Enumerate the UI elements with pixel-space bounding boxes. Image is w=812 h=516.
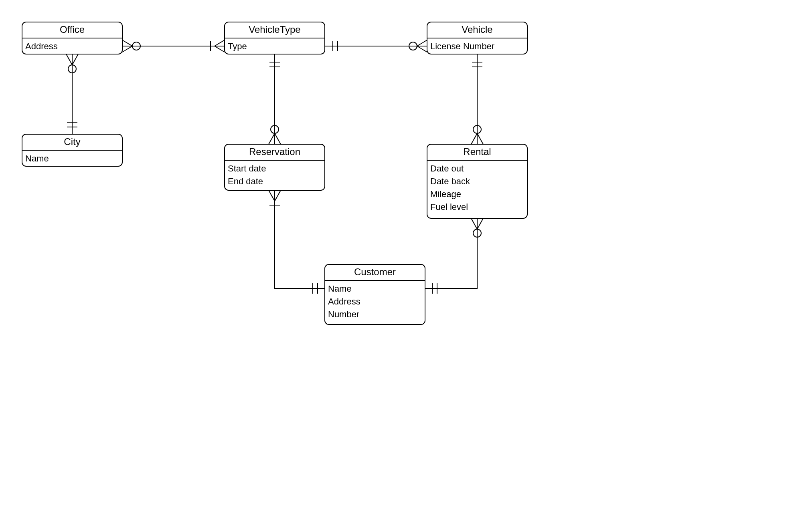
entity-city-title: City [64, 136, 80, 147]
svg-line-46 [269, 190, 275, 201]
entity-vehicle-attr-0: License Number [430, 41, 494, 51]
svg-line-25 [417, 40, 427, 46]
svg-line-38 [275, 133, 281, 144]
rel-office-city [66, 54, 78, 134]
svg-line-51 [471, 218, 477, 229]
rel-vehicletype-reservation [269, 54, 281, 144]
entity-reservation-attr-1: End date [228, 176, 263, 186]
svg-line-16 [122, 40, 132, 46]
entity-city: City Name [22, 134, 122, 166]
svg-line-29 [66, 54, 72, 65]
svg-line-44 [477, 133, 483, 144]
svg-line-20 [215, 46, 225, 52]
entity-customer-attr-0: Name [328, 284, 352, 294]
entity-city-attr-0: Name [25, 153, 49, 163]
entity-rental-attr-2: Mileage [430, 189, 461, 199]
svg-line-52 [477, 218, 483, 229]
rel-office-vehicletype [122, 40, 225, 52]
er-diagram: Office Address City Name VehicleType Typ… [0, 0, 812, 516]
svg-line-47 [275, 190, 281, 201]
entity-rental: Rental Date out Date back Mileage Fuel l… [427, 144, 527, 218]
rel-vehicletype-vehicle [325, 40, 427, 52]
entity-office-attr-0: Address [25, 41, 58, 51]
entity-reservation-title: Reservation [249, 146, 300, 157]
svg-line-17 [122, 46, 132, 52]
entity-rental-title: Rental [463, 146, 491, 157]
entity-rental-attr-1: Date back [430, 176, 470, 186]
entity-rental-attr-0: Date out [430, 163, 464, 173]
entity-office: Office Address [22, 22, 122, 54]
entity-office-title: Office [60, 24, 85, 35]
entity-vehicletype-title: VehicleType [249, 24, 300, 35]
svg-line-43 [471, 133, 477, 144]
entity-reservation-attr-0: Start date [228, 163, 266, 173]
svg-line-37 [269, 133, 275, 144]
rel-vehicle-rental [471, 54, 483, 144]
svg-line-19 [215, 40, 225, 46]
entity-customer-title: Customer [354, 266, 396, 277]
entity-vehicletype: VehicleType Type [225, 22, 325, 54]
entity-customer: Customer Name Address Number [325, 264, 425, 325]
rel-reservation-customer [269, 190, 325, 294]
svg-line-30 [72, 54, 78, 65]
entity-customer-attr-2: Number [328, 309, 359, 319]
entity-reservation: Reservation Start date End date [225, 144, 325, 190]
entity-rental-attr-3: Fuel level [430, 202, 468, 212]
entity-customer-attr-1: Address [328, 296, 360, 306]
entity-vehicle: Vehicle License Number [427, 22, 527, 54]
svg-line-26 [417, 46, 427, 52]
entity-vehicle-title: Vehicle [462, 24, 492, 35]
rel-rental-customer [425, 218, 483, 294]
entity-vehicletype-attr-0: Type [228, 41, 247, 51]
